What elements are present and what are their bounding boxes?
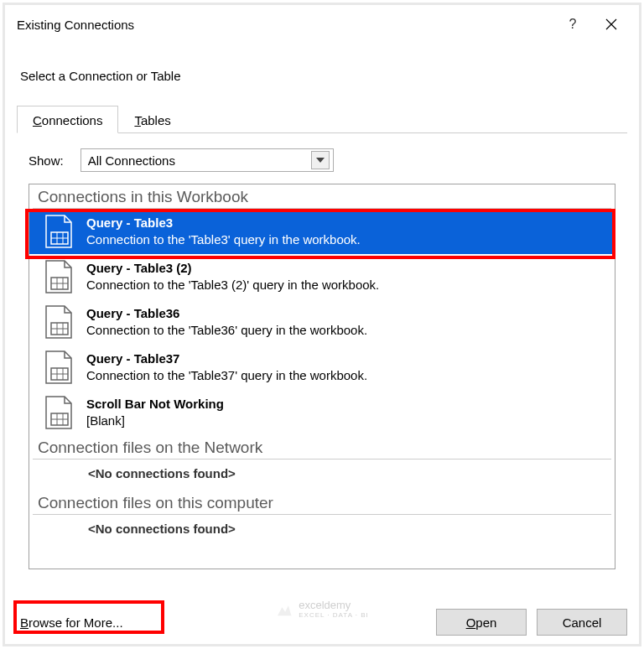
connection-item[interactable]: Query - Table37 Connection to the 'Table… xyxy=(29,345,615,390)
connection-title: Query - Table37 xyxy=(86,350,367,367)
connection-title: Scroll Bar Not Working xyxy=(86,395,224,413)
dialog-footer: Browse for More... Open Cancel xyxy=(17,609,627,636)
no-connections-text: <No connections found> xyxy=(29,515,615,546)
show-dropdown-value: All Connections xyxy=(88,153,311,168)
tab-tables[interactable]: Tables xyxy=(118,106,186,133)
dialog-title: Existing Connections xyxy=(17,18,553,32)
show-label: Show: xyxy=(29,153,64,168)
connection-desc: [Blank] xyxy=(86,413,224,429)
tab-connections[interactable]: Connections xyxy=(17,106,118,133)
connection-item[interactable]: Query - Table3 Connection to the 'Table3… xyxy=(29,209,615,254)
section-network-header: Connection files on the Network xyxy=(33,435,611,459)
connection-item[interactable]: Query - Table3 (2) Connection to the 'Ta… xyxy=(29,254,615,299)
connection-item[interactable]: Scroll Bar Not Working [Blank] xyxy=(29,390,615,435)
connection-desc: Connection to the 'Table36' query in the… xyxy=(86,322,367,339)
connection-desc: Connection to the 'Table3 (2)' query in … xyxy=(86,277,379,293)
connection-desc: Connection to the 'Table3' query in the … xyxy=(86,231,361,248)
chevron-down-icon xyxy=(311,151,330,169)
cancel-button[interactable]: Cancel xyxy=(537,609,627,636)
show-dropdown[interactable]: All Connections xyxy=(80,148,334,172)
connection-title: Query - Table36 xyxy=(86,304,367,322)
no-connections-text: <No connections found> xyxy=(29,459,615,491)
open-button[interactable]: Open xyxy=(436,609,527,636)
browse-for-more-link[interactable]: Browse for More... xyxy=(17,610,127,635)
close-icon xyxy=(605,18,617,30)
close-button[interactable] xyxy=(592,12,631,37)
connection-file-icon xyxy=(43,304,75,340)
titlebar: Existing Connections ? xyxy=(5,5,639,44)
section-workbook-header: Connections in this Workbook xyxy=(33,184,611,209)
connection-file-icon xyxy=(43,350,75,385)
connection-file-icon xyxy=(43,395,75,430)
existing-connections-dialog: Existing Connections ? Select a Connecti… xyxy=(3,3,641,646)
dialog-subtitle: Select a Connection or Table xyxy=(20,69,627,83)
show-filter-row: Show: All Connections xyxy=(29,148,627,172)
connection-desc: Connection to the 'Table37' query in the… xyxy=(86,367,367,384)
tab-strip: Connections Tables xyxy=(17,105,627,133)
connection-item[interactable]: Query - Table36 Connection to the 'Table… xyxy=(29,299,615,345)
section-computer-header: Connection files on this computer xyxy=(33,491,611,515)
connection-file-icon xyxy=(43,259,75,294)
connection-title: Query - Table3 xyxy=(86,214,361,231)
connection-file-icon xyxy=(43,214,75,249)
help-button[interactable]: ? xyxy=(553,12,592,37)
connection-title: Query - Table3 (2) xyxy=(86,259,379,277)
connections-listbox[interactable]: Connections in this Workbook Query - Tab… xyxy=(29,184,615,569)
